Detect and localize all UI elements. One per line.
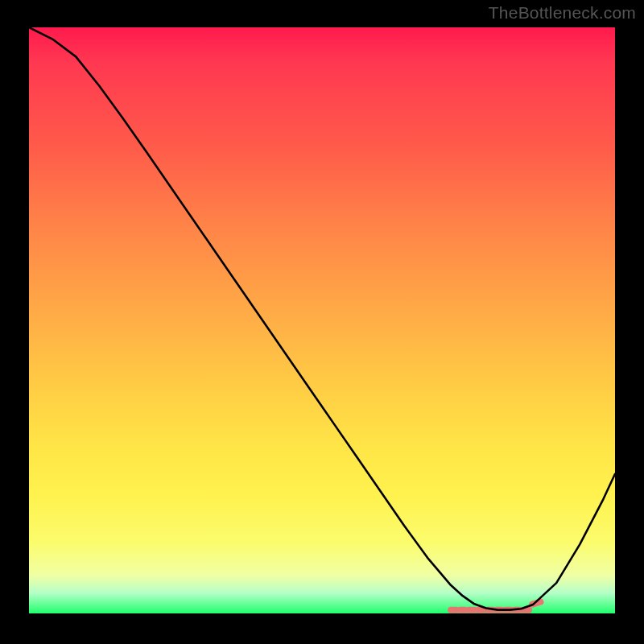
chart-frame: TheBottleneck.com xyxy=(0,0,644,644)
bottleneck-curve xyxy=(29,27,615,610)
plot-area xyxy=(29,27,615,613)
curve-layer xyxy=(29,27,615,613)
watermark-text: TheBottleneck.com xyxy=(489,3,636,23)
